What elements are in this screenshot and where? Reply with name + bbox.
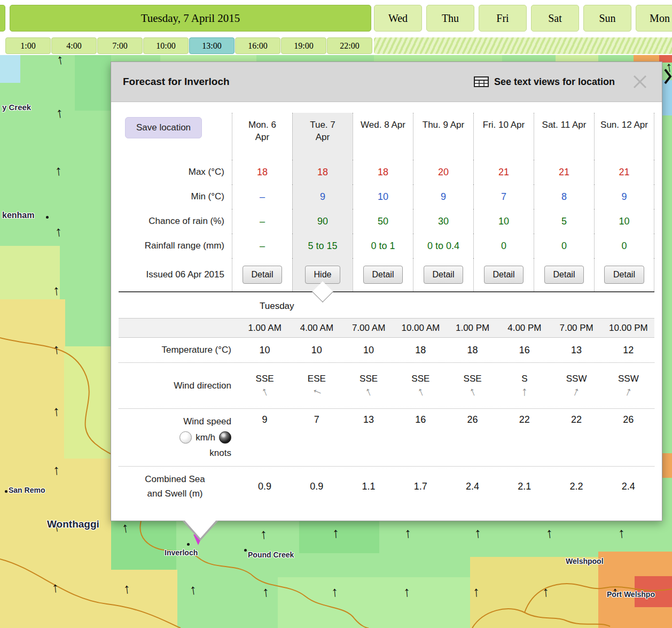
weekly-value-cell: 8	[534, 184, 594, 209]
sea-swell-label-line2: and Swell (m)	[147, 487, 203, 501]
weekly-column-header: Sun. 12 Apr	[594, 113, 654, 160]
daily-header-spacer	[119, 319, 239, 337]
wind-direction-arrow-icon: ↑	[310, 386, 324, 397]
wind-direction-cell: SSE↑	[239, 363, 291, 408]
weekly-button-cell: Detail	[232, 258, 292, 291]
kmh-radio[interactable]	[179, 431, 192, 444]
detail-button[interactable]: Detail	[424, 266, 464, 284]
wind-direction-value: SSW	[566, 374, 587, 384]
tab-time-700[interactable]: 7:00	[97, 37, 143, 54]
save-location-button[interactable]: Save location	[125, 117, 202, 138]
wind-direction-arrow-icon: ↑	[521, 385, 528, 398]
weekly-data-row: Rainfall range (mm)–5 to 150 to 10 to 0.…	[119, 234, 654, 258]
weekly-row-label: Min (°C)	[119, 184, 232, 209]
wind-arrow-icon: ↑	[262, 584, 270, 599]
wind-direction-value: SSE	[360, 374, 378, 384]
wind-direction-cell: SSE↑	[447, 363, 498, 408]
daily-time-header: 7.00 PM	[551, 319, 603, 337]
weekly-data-row: Min (°C)–9109789	[119, 184, 654, 209]
text-views-link[interactable]: See text views for location	[474, 76, 615, 88]
tab-day-sat[interactable]: Sat	[531, 5, 579, 32]
temperature-value: 10	[291, 338, 342, 362]
wind-direction-cell: SSE↑	[395, 363, 447, 408]
table-icon	[474, 76, 489, 87]
tab-time-1600[interactable]: 16:00	[235, 37, 280, 54]
weekly-column-header: Wed. 8 Apr	[353, 113, 413, 160]
previous-day-tab-stub[interactable]	[0, 5, 5, 32]
wind-arrow-icon: ↑	[260, 526, 268, 541]
wind-direction-arrow-icon: ↑	[571, 385, 581, 399]
weekly-value-cell: –	[232, 184, 292, 209]
wind-speed-value: 13	[343, 409, 395, 466]
wind-speed-value: 16	[395, 409, 447, 466]
popup-tail	[184, 520, 216, 538]
map-pan-right-icon[interactable]	[663, 67, 672, 88]
weekly-button-cell: Detail	[534, 258, 594, 291]
detail-button[interactable]: Detail	[484, 266, 524, 284]
map-town-dot	[244, 549, 247, 552]
wind-direction-value: SSE	[464, 374, 482, 384]
popup-header: Forecast for Inverloch See text views fo…	[111, 62, 662, 102]
tab-day-sun[interactable]: Sun	[583, 5, 631, 32]
weekly-column-header: Sat. 11 Apr	[534, 113, 594, 160]
tab-time-100[interactable]: 1:00	[5, 37, 51, 54]
tab-day-wed[interactable]: Wed	[374, 5, 422, 32]
weekly-buttons-row: Issued 06 Apr 2015DetailHideDetailDetail…	[119, 258, 654, 291]
tab-day-mon[interactable]: Mon	[636, 5, 672, 32]
weekly-value-cell: 0 to 1	[353, 234, 413, 258]
wind-direction-arrow-icon: ↑	[623, 385, 634, 399]
wind-arrow-icon: ↑	[403, 585, 411, 599]
detail-button[interactable]: Detail	[243, 266, 283, 284]
map-town-dot	[46, 216, 49, 219]
wind-speed-units: km/h	[179, 431, 231, 444]
weekly-value-cell: 10	[473, 209, 534, 234]
tab-time-2200[interactable]: 22:00	[327, 37, 372, 54]
weekly-value-cell: 0	[473, 234, 534, 258]
wind-arrow-icon: ↑	[331, 585, 339, 599]
wind-direction-row-label: Wind direction	[119, 363, 239, 408]
map-label: kenham	[2, 211, 34, 220]
wind-direction-cell: SSE↑	[343, 363, 395, 408]
temperature-value: 13	[551, 338, 603, 362]
sea-swell-value: 0.9	[291, 467, 342, 507]
weekly-value-cell: 30	[413, 209, 473, 234]
detail-button[interactable]: Detail	[604, 266, 644, 284]
daily-time-header: 1.00 PM	[447, 319, 498, 337]
wind-arrow-icon: ↑	[545, 525, 554, 540]
map-label: Wonthaggi	[47, 518, 99, 530]
detail-button[interactable]: Detail	[363, 266, 403, 284]
wind-speed-value: 7	[291, 409, 342, 466]
tab-selected-date[interactable]: Tuesday, 7 April 2015	[10, 5, 371, 32]
wind-direction-arrow-icon: ↑	[260, 385, 270, 399]
sea-swell-value: 0.9	[239, 467, 291, 507]
wind-speed-value: 26	[603, 409, 654, 466]
popup-header-right: See text views for location	[474, 72, 650, 92]
wind-arrow-icon: ↑	[472, 585, 480, 599]
sea-swell-value: 2.2	[551, 467, 603, 507]
weekly-value-cell: 21	[594, 160, 654, 184]
tab-time-1900[interactable]: 19:00	[281, 37, 326, 54]
daily-time-header: 7.00 AM	[343, 319, 395, 337]
section-separator	[119, 291, 654, 292]
tab-time-400[interactable]: 4:00	[51, 37, 97, 54]
tab-time-1300[interactable]: 13:00	[189, 37, 235, 54]
detail-button[interactable]: Detail	[544, 266, 584, 284]
daily-time-header: 10.00 AM	[395, 319, 447, 337]
temperature-row: Temperature (°C) 1010101818161312	[119, 338, 654, 362]
wind-arrow-icon: ↑	[51, 580, 59, 594]
weekly-value-cell: 21	[473, 160, 534, 184]
weekly-value-cell: 10	[594, 209, 654, 234]
knots-radio[interactable]	[219, 431, 231, 444]
weekly-value-cell: 18	[232, 160, 292, 184]
weekly-button-cell: Detail	[473, 258, 534, 291]
weekly-value-cell: 9	[594, 184, 654, 209]
close-icon[interactable]	[630, 72, 650, 92]
tab-day-fri[interactable]: Fri	[479, 5, 527, 32]
tab-time-1000[interactable]: 10:00	[143, 37, 189, 54]
weekly-value-cell: –	[232, 209, 292, 234]
tab-day-thu[interactable]: Thu	[426, 5, 474, 32]
wind-direction-value: ESE	[308, 374, 326, 384]
wind-speed-row-label: Wind speed km/h knots	[119, 409, 239, 466]
weekly-value-cell: 0 to 0.4	[413, 234, 473, 258]
wind-arrow-icon: ↑	[52, 404, 60, 418]
